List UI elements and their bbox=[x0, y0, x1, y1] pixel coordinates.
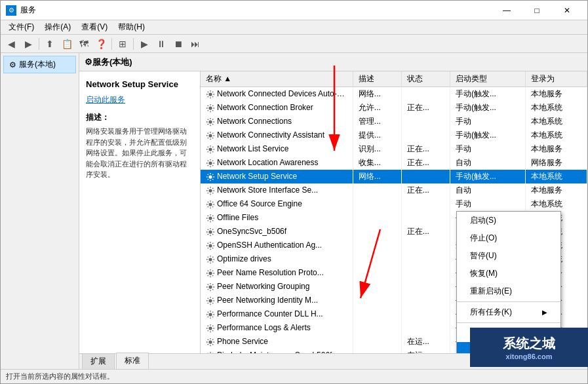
main-window: ⚙ 服务 — □ ✕ 文件(F) 操作(A) 查看(V) 帮助(H) ◀ ▶ ⬆… bbox=[0, 0, 588, 384]
cell-name: OpenSSH Authentication Ag... bbox=[201, 239, 353, 252]
context-menu-item[interactable]: 启动(S) bbox=[457, 212, 560, 229]
table-row[interactable]: Network Connections 管理... 手动 本地系统 bbox=[201, 115, 587, 128]
cell-name: Network Location Awareness bbox=[201, 156, 353, 170]
context-menu-item[interactable]: 重新启动(E) bbox=[457, 282, 560, 300]
context-menu-sep bbox=[457, 301, 560, 302]
sidebar-item-services[interactable]: ⚙ 服务(本地) bbox=[3, 56, 76, 73]
cell-status bbox=[401, 280, 450, 294]
menu-help[interactable]: 帮助(H) bbox=[113, 20, 150, 34]
map-button[interactable]: 🗺 bbox=[76, 37, 92, 51]
context-menu-item[interactable]: 暂停(U) bbox=[457, 247, 560, 265]
svg-point-1 bbox=[208, 106, 212, 109]
svg-point-6 bbox=[208, 175, 212, 178]
main-area: ⚙ 服务(本地) ⚙ 服务(本地) Network Setup Service … bbox=[1, 53, 587, 369]
cell-login: 本地系统 bbox=[525, 115, 587, 128]
table-row[interactable]: Network Location Awareness 收集... 正在... 自… bbox=[201, 156, 587, 170]
cell-login: 本地系统 bbox=[525, 101, 587, 115]
watermark: 系统之城 xitong86.com bbox=[470, 328, 588, 367]
cell-name: Office 64 Source Engine bbox=[201, 197, 353, 211]
svg-point-12 bbox=[208, 258, 212, 261]
cell-desc: 收集... bbox=[353, 156, 401, 170]
col-login[interactable]: 登录为 bbox=[525, 71, 587, 87]
cell-status bbox=[401, 266, 450, 280]
cell-status bbox=[401, 197, 450, 211]
cell-startup: 手动 bbox=[450, 197, 525, 211]
context-menu-item[interactable]: 所有任务(K)▶ bbox=[457, 303, 560, 321]
svg-point-13 bbox=[208, 271, 212, 275]
cell-desc bbox=[353, 321, 401, 335]
context-menu-item[interactable]: 停止(O) bbox=[457, 229, 560, 247]
help-button[interactable]: ❓ bbox=[93, 37, 109, 51]
table-row[interactable]: Network Connected Devices Auto-Setup 网络.… bbox=[201, 87, 587, 102]
col-desc[interactable]: 描述 bbox=[353, 71, 401, 87]
table-row[interactable]: Network Setup Service 网络... 手动(触发... 本地系… bbox=[201, 170, 587, 183]
cell-name: Network Connections bbox=[201, 115, 353, 128]
pause-button[interactable]: ⏸ bbox=[153, 37, 169, 51]
context-menu-label: 所有任务(K) bbox=[470, 307, 512, 318]
table-row[interactable]: Network Connectivity Assistant 提供... 手动(… bbox=[201, 128, 587, 142]
title-bar: ⚙ 服务 — □ ✕ bbox=[1, 1, 587, 20]
table-header-row: 名称 ▲ 描述 状态 启动类型 登录为 bbox=[201, 71, 587, 87]
content-header: ⚙ 服务(本地) bbox=[79, 53, 587, 71]
toolbar-sep-1 bbox=[39, 38, 39, 50]
tab-standard[interactable]: 标准 bbox=[116, 353, 149, 369]
services-icon: ⚙ bbox=[9, 60, 16, 69]
stop-button[interactable]: ⏹ bbox=[170, 37, 186, 51]
context-menu-item[interactable]: 恢复(M) bbox=[457, 265, 560, 282]
menu-action[interactable]: 操作(A) bbox=[39, 20, 76, 34]
svg-point-3 bbox=[208, 134, 212, 137]
cell-startup: 手动 bbox=[450, 115, 525, 128]
svg-point-11 bbox=[208, 244, 212, 247]
title-bar-buttons: — □ ✕ bbox=[492, 1, 582, 20]
toolbar-sep-2 bbox=[111, 38, 112, 50]
maximize-button[interactable]: □ bbox=[522, 1, 552, 20]
table-row[interactable]: Office 64 Source Engine 手动 本地系统 bbox=[201, 197, 587, 211]
table-row[interactable]: Network Connection Broker 允许... 正在... 手动… bbox=[201, 101, 587, 115]
menu-view[interactable]: 查看(V) bbox=[76, 20, 113, 34]
cell-name: Performance Logs & Alerts bbox=[201, 321, 353, 335]
col-name[interactable]: 名称 ▲ bbox=[201, 71, 353, 87]
cell-name: Offline Files bbox=[201, 211, 353, 225]
svg-point-16 bbox=[208, 313, 212, 316]
forward-button[interactable]: ▶ bbox=[20, 37, 36, 51]
cell-status: 在运... bbox=[401, 335, 450, 349]
cell-status: 正在... bbox=[401, 101, 450, 115]
col-startup[interactable]: 启动类型 bbox=[450, 71, 525, 87]
cell-status: 正在... bbox=[401, 142, 450, 156]
menu-file[interactable]: 文件(F) bbox=[3, 20, 39, 34]
cell-desc: 管理... bbox=[353, 115, 401, 128]
play-button[interactable]: ▶ bbox=[136, 37, 152, 51]
cell-desc bbox=[353, 294, 401, 307]
cell-desc: 网络... bbox=[353, 170, 401, 183]
cell-name: Network Connection Broker bbox=[201, 101, 353, 115]
grid-button[interactable]: ⊞ bbox=[115, 37, 130, 51]
minimize-button[interactable]: — bbox=[492, 1, 522, 20]
cell-status bbox=[401, 170, 450, 183]
cell-name: Network Store Interface Se... bbox=[201, 183, 353, 197]
cell-name: Phone Service bbox=[201, 335, 353, 349]
cell-name: Network Setup Service bbox=[201, 170, 353, 183]
cell-status bbox=[401, 128, 450, 142]
show-button[interactable]: 📋 bbox=[59, 37, 75, 51]
cell-startup: 自动 bbox=[450, 156, 525, 170]
tab-expand[interactable]: 扩展 bbox=[82, 353, 115, 369]
up-button[interactable]: ⬆ bbox=[42, 37, 58, 51]
svg-point-8 bbox=[208, 202, 212, 206]
restart-button[interactable]: ⏭ bbox=[187, 37, 203, 51]
context-menu-label: 停止(O) bbox=[470, 233, 497, 244]
cell-startup: 自动 bbox=[450, 183, 525, 197]
window-icon: ⚙ bbox=[6, 5, 16, 16]
window-title: 服务 bbox=[20, 5, 492, 16]
col-status[interactable]: 状态 bbox=[401, 71, 450, 87]
cell-name: Network Connectivity Assistant bbox=[201, 128, 353, 142]
cell-startup: 手动(触发... bbox=[450, 170, 525, 183]
cell-name: Performance Counter DLL H... bbox=[201, 307, 353, 321]
cell-startup: 手动(触发... bbox=[450, 101, 525, 115]
start-service-link[interactable]: 启动此服务 bbox=[86, 94, 193, 106]
close-button[interactable]: ✕ bbox=[552, 1, 582, 20]
cell-status: 正在... bbox=[401, 183, 450, 197]
back-button[interactable]: ◀ bbox=[3, 37, 19, 51]
table-row[interactable]: Network Store Interface Se... 正在... 自动 本… bbox=[201, 183, 587, 197]
table-row[interactable]: Network List Service 识别... 正在... 手动 本地服务 bbox=[201, 142, 587, 156]
cell-status bbox=[401, 294, 450, 307]
